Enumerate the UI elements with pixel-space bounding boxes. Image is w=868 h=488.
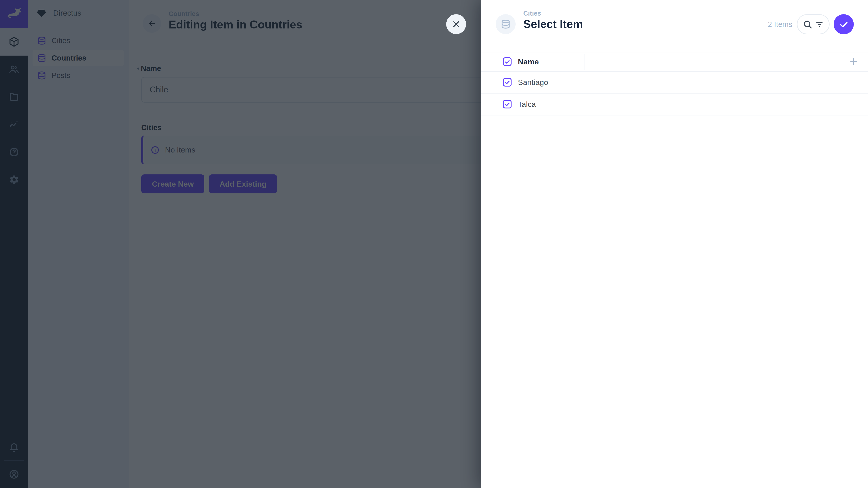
drawer-collection-label: Cities [523, 9, 583, 17]
items-table: Name Santiago [481, 52, 868, 116]
row-name: Santiago [518, 72, 548, 93]
check-icon [504, 59, 510, 65]
select-item-drawer: Cities Select Item 2 Items [481, 0, 868, 488]
select-all-checkbox[interactable] [503, 57, 512, 66]
drawer-header-text: Cities Select Item [523, 9, 583, 31]
items-count: 2 Items [768, 20, 792, 29]
drawer-title: Select Item [523, 18, 583, 31]
table-row[interactable]: Santiago [481, 72, 868, 94]
row-checkbox[interactable] [503, 78, 512, 87]
confirm-selection-button[interactable] [834, 14, 854, 34]
column-resize-handle[interactable] [585, 54, 585, 70]
confirm-check-icon [839, 19, 849, 30]
collection-icon-badge [496, 14, 516, 34]
drawer-close-button[interactable] [446, 14, 466, 34]
drawer-controls: 2 Items [768, 14, 854, 34]
column-header-name[interactable]: Name [518, 53, 539, 71]
row-checkbox[interactable] [503, 100, 512, 108]
add-column-button[interactable] [848, 57, 859, 67]
search-icon[interactable] [803, 20, 813, 29]
check-icon [504, 101, 510, 107]
database-icon [501, 20, 510, 29]
table-row[interactable]: Talca [481, 94, 868, 116]
app-root: Directus Cities Countries Posts [0, 0, 868, 488]
check-icon [504, 79, 510, 86]
close-icon [452, 20, 461, 29]
row-name: Talca [518, 94, 536, 115]
filter-icon[interactable] [815, 20, 824, 29]
table-header-row: Name [481, 52, 868, 72]
search-filter-pill[interactable] [797, 14, 830, 34]
